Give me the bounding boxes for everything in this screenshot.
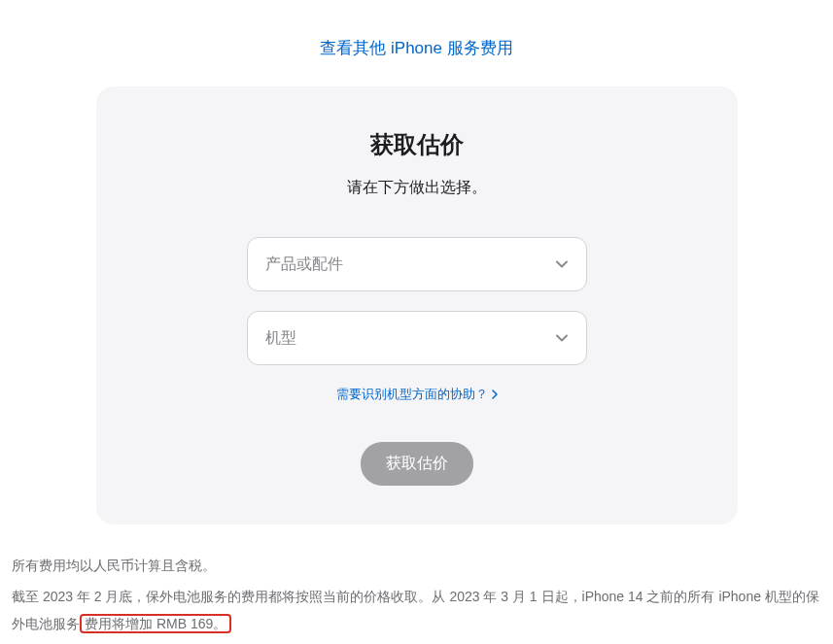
other-services-link[interactable]: 查看其他 iPhone 服务费用 bbox=[320, 39, 512, 57]
chevron-right-icon bbox=[492, 390, 498, 399]
identify-model-help-link[interactable]: 需要识别机型方面的协助？ bbox=[336, 386, 498, 403]
estimate-card: 获取估价 请在下方做出选择。 产品或配件 机型 需要识别机型方面的协助？ bbox=[96, 86, 738, 525]
card-title: 获取估价 bbox=[135, 129, 699, 160]
get-estimate-button[interactable]: 获取估价 bbox=[361, 442, 473, 486]
footer-line1: 所有费用均以人民币计算且含税。 bbox=[12, 552, 821, 579]
top-link-container: 查看其他 iPhone 服务费用 bbox=[0, 0, 833, 86]
help-link-label: 需要识别机型方面的协助？ bbox=[336, 386, 488, 403]
price-increase-highlight: 费用将增加 RMB 169。 bbox=[80, 614, 231, 633]
footer-text: 所有费用均以人民币计算且含税。 截至 2023 年 2 月底，保外电池服务的费用… bbox=[0, 525, 833, 637]
product-select-wrapper: 产品或配件 bbox=[247, 237, 587, 291]
model-select-wrapper: 机型 bbox=[247, 311, 587, 365]
help-link-container: 需要识别机型方面的协助？ bbox=[135, 385, 699, 403]
product-select[interactable]: 产品或配件 bbox=[247, 237, 587, 291]
model-select-placeholder: 机型 bbox=[265, 328, 296, 349]
footer-line2: 截至 2023 年 2 月底，保外电池服务的费用都将按照当前的价格收取。从 20… bbox=[12, 583, 821, 637]
chevron-down-icon bbox=[555, 331, 569, 345]
card-subtitle: 请在下方做出选择。 bbox=[135, 178, 699, 198]
model-select[interactable]: 机型 bbox=[247, 311, 587, 365]
product-select-placeholder: 产品或配件 bbox=[265, 254, 343, 275]
chevron-down-icon bbox=[555, 257, 569, 271]
